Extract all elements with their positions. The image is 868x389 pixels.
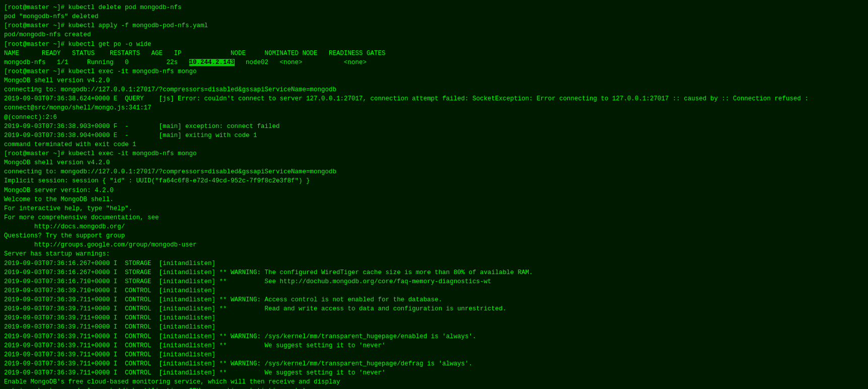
terminal-line: http://groups.google.com/group/mongodb-u… (4, 240, 864, 249)
terminal-line: 2019-09-03T07:36:16.267+0000 I STORAGE [… (4, 259, 864, 268)
ip-highlight: 10.244.2.143 (189, 59, 235, 66)
terminal-line: connecting to: mongodb://127.0.0.1:27017… (4, 167, 864, 176)
terminal-line: For more comprehensive documentation, se… (4, 213, 864, 222)
terminal: [root@master ~]# kubectl delete pod mong… (0, 0, 868, 389)
terminal-line: [root@master ~]# kubectl exec -it mongod… (4, 149, 864, 158)
terminal-line: [root@master ~]# kubectl apply -f mongod… (4, 21, 864, 30)
terminal-line: 2019-09-03T07:36:38.904+0000 E - [main] … (4, 131, 864, 140)
terminal-line: MongoDB server version: 4.2.0 (4, 186, 864, 195)
terminal-line: pod "mongodb-nfs" deleted (4, 12, 864, 21)
terminal-line: mongodb-nfs 1/1 Running 0 22s 10.244.2.1… (4, 58, 864, 67)
terminal-line: @(connect):2:6 (4, 113, 864, 122)
terminal-line: http://docs.mongodb.org/ (4, 222, 864, 231)
terminal-line: 2019-09-03T07:36:16.267+0000 I STORAGE [… (4, 268, 864, 277)
terminal-line: NAME READY STATUS RESTARTS AGE IP NODE N… (4, 49, 864, 58)
terminal-line: 2019-09-03T07:36:16.710+0000 I STORAGE [… (4, 277, 864, 286)
terminal-line: Implicit session: session { "id" : UUID(… (4, 176, 864, 185)
terminal-line: MongoDB shell version v4.2.0 (4, 76, 864, 85)
terminal-line: Enable MongoDB's free cloud-based monito… (4, 377, 864, 386)
terminal-line: [root@master ~]# kubectl exec -it mongod… (4, 67, 864, 76)
terminal-line: 2019-09-03T07:36:39.711+0000 I CONTROL [… (4, 295, 864, 304)
terminal-line: Welcome to the MongoDB shell. (4, 195, 864, 204)
terminal-line: For interactive help, type "help". (4, 204, 864, 213)
terminal-line: 2019-09-03T07:36:39.711+0000 I CONTROL [… (4, 322, 864, 332)
terminal-line: 2019-09-03T07:36:39.711+0000 I CONTROL [… (4, 341, 864, 350)
terminal-line: [root@master ~]# kubectl get po -o wide (4, 40, 864, 49)
terminal-line: metrics about your deployment (disk util… (4, 386, 864, 389)
terminal-line: 2019-09-03T07:36:38.903+0000 F - [main] … (4, 122, 864, 131)
terminal-line: connecting to: mongodb://127.0.0.1:27017… (4, 85, 864, 94)
terminal-line: Questions? Try the support group (4, 231, 864, 240)
terminal-line: pod/mongodb-nfs created (4, 30, 864, 39)
terminal-line: command terminated with exit code 1 (4, 140, 864, 149)
terminal-line: 2019-09-03T07:36:39.711+0000 I CONTROL [… (4, 368, 864, 377)
terminal-line: Server has startup warnings: (4, 249, 864, 258)
terminal-line: [root@master ~]# kubectl delete pod mong… (4, 3, 864, 12)
terminal-line: 2019-09-03T07:36:39.711+0000 I CONTROL [… (4, 332, 864, 341)
terminal-line: connect@src/mongo/shell/mongo.js:341:17 (4, 103, 864, 112)
terminal-line: MongoDB shell version v4.2.0 (4, 158, 864, 167)
terminal-line: 2019-09-03T07:36:38.624+0000 E QUERY [js… (4, 94, 864, 103)
terminal-line: 2019-09-03T07:36:39.711+0000 I CONTROL [… (4, 304, 864, 313)
terminal-line: 2019-09-03T07:36:39.711+0000 I CONTROL [… (4, 359, 864, 368)
terminal-line: 2019-09-03T07:36:39.711+0000 I CONTROL [… (4, 350, 864, 359)
terminal-line: 2019-09-03T07:36:39.711+0000 I CONTROL [… (4, 313, 864, 322)
terminal-line: 2019-09-03T07:36:39.710+0000 I CONTROL [… (4, 286, 864, 295)
